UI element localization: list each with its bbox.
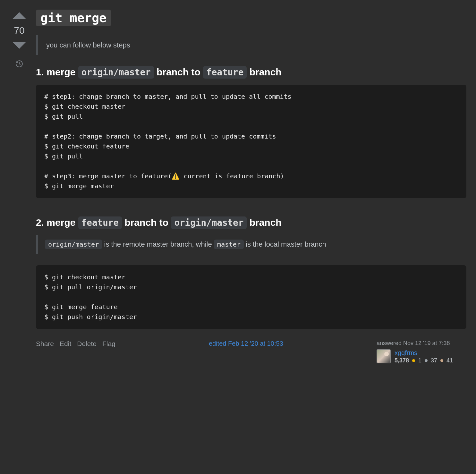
share-link[interactable]: Share (36, 340, 54, 348)
vote-score: 70 (14, 25, 24, 36)
section-1-code-1: origin/master (78, 66, 154, 79)
section-2-mid: branch to (122, 217, 171, 228)
flag-link[interactable]: Flag (102, 340, 115, 348)
reputation-score: 5,378 (395, 357, 409, 364)
section-2-prefix: 2. merge (36, 217, 78, 228)
user-card: answered Nov 12 '19 at 7:38 xgqfrms 5,37… (377, 340, 466, 364)
downvote-button[interactable] (12, 42, 26, 49)
silver-badge-count: 37 (431, 357, 437, 364)
section-1-mid: branch to (154, 67, 203, 77)
user-link[interactable]: xgqfrms (395, 349, 453, 357)
gold-badge-icon (412, 359, 415, 362)
section-2-heading: 2. merge feature branch to origin/master… (36, 217, 466, 228)
answer-body: git merge you can follow below steps 1. … (36, 10, 466, 364)
section-1-code-2: feature (203, 66, 247, 79)
note-text-2: is the local master branch (244, 240, 326, 248)
section-1-prefix: 1. merge (36, 67, 78, 77)
section-1-heading: 1. merge origin/master branch to feature… (36, 67, 466, 78)
intro-quote: you can follow below steps (36, 35, 466, 55)
bronze-badge-count: 41 (446, 357, 453, 364)
note-code-2: master (214, 240, 244, 249)
bronze-badge-icon (440, 359, 443, 362)
avatar[interactable] (377, 349, 391, 363)
gold-badge-count: 1 (418, 357, 421, 364)
note-code-1: origin/master (45, 240, 102, 249)
section-1-suffix: branch (247, 67, 281, 77)
vote-column: 70 (10, 10, 29, 364)
note-quote: origin/master is the remote master branc… (36, 235, 466, 254)
history-icon[interactable] (15, 60, 23, 70)
user-meta: xgqfrms 5,378 1 37 41 (395, 349, 453, 364)
upvote-button[interactable] (12, 12, 26, 19)
answer-title: git merge (36, 10, 466, 26)
code-block-1[interactable]: # step1: change branch to master, and pu… (36, 85, 466, 198)
code-block-2[interactable]: $ git checkout master $ git pull origin/… (36, 265, 466, 329)
delete-link[interactable]: Delete (77, 340, 97, 348)
post-actions: Share Edit Delete Flag (36, 340, 115, 348)
section-2-code-2: origin/master (171, 216, 247, 229)
reputation-line: 5,378 1 37 41 (395, 357, 453, 364)
edited-link[interactable]: edited Feb 12 '20 at 10:53 (209, 340, 283, 347)
silver-badge-icon (425, 359, 428, 362)
user-row: xgqfrms 5,378 1 37 41 (377, 349, 466, 364)
section-2-code-1: feature (78, 216, 122, 229)
note-text-1: is the remote master branch, while (102, 240, 214, 248)
answer-post: 70 git merge you can follow below steps … (10, 10, 466, 364)
answered-time: answered Nov 12 '19 at 7:38 (377, 340, 466, 347)
divider (36, 208, 466, 208)
edit-link[interactable]: Edit (60, 340, 71, 348)
title-code: git merge (36, 10, 111, 26)
section-2-suffix: branch (247, 217, 281, 228)
post-footer: Share Edit Delete Flag edited Feb 12 '20… (36, 340, 466, 364)
